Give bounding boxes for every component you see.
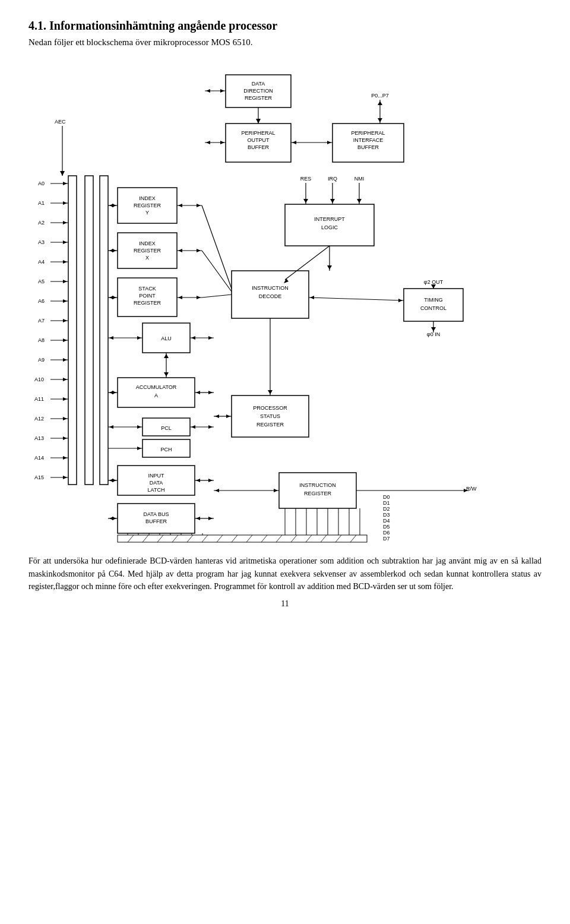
- spr-label1: STACK: [138, 286, 156, 292]
- svg-marker-8: [63, 221, 67, 224]
- a9-label: A9: [38, 357, 45, 363]
- svg-marker-16: [63, 299, 67, 303]
- svg-marker-51: [378, 101, 382, 105]
- svg-line-159: [306, 535, 312, 542]
- svg-marker-92: [164, 354, 169, 358]
- dbb-label1: DATA BUS: [143, 511, 169, 517]
- svg-line-157: [276, 535, 282, 542]
- svg-marker-80: [112, 296, 116, 299]
- svg-marker-138: [215, 414, 219, 418]
- svg-marker-143: [274, 489, 278, 492]
- il-label2: LOGIC: [321, 224, 338, 230]
- d3-label: D3: [383, 512, 390, 518]
- d4-label: D4: [383, 518, 390, 524]
- svg-line-134: [285, 246, 330, 280]
- a5-label: A5: [38, 279, 45, 284]
- svg-rect-35: [85, 176, 93, 485]
- svg-marker-49: [292, 141, 296, 144]
- pob-label3: BUFFER: [248, 144, 270, 150]
- svg-marker-57: [330, 199, 335, 203]
- svg-marker-18: [63, 319, 67, 322]
- svg-marker-76: [197, 249, 201, 252]
- svg-marker-82: [178, 296, 182, 299]
- a15-label: A15: [34, 474, 44, 480]
- svg-marker-1: [60, 171, 65, 176]
- svg-marker-14: [63, 280, 67, 283]
- pib-label1: PERIPHERAL: [351, 130, 385, 136]
- svg-marker-114: [112, 479, 116, 482]
- svg-marker-6: [63, 201, 67, 205]
- svg-marker-32: [63, 456, 67, 460]
- svg-line-147: [128, 535, 134, 542]
- svg-marker-97: [112, 391, 116, 394]
- svg-marker-66: [112, 204, 116, 207]
- ddr-label2: DIRECTION: [243, 88, 273, 94]
- acc-label2: A: [154, 393, 158, 398]
- dbb-label2: BUFFER: [145, 518, 167, 524]
- irx-label2: REGISTER: [134, 248, 162, 254]
- a6-label: A6: [38, 298, 45, 304]
- svg-line-162: [350, 535, 356, 542]
- d0-label: D0: [383, 494, 390, 500]
- svg-marker-12: [63, 260, 67, 264]
- alu-label: ALU: [161, 336, 172, 341]
- svg-marker-116: [196, 479, 200, 482]
- svg-marker-183: [268, 390, 273, 394]
- diagram-container: AEC A0 A1 A2 A3 A4 A5: [28, 57, 542, 544]
- iry-label3: Y: [145, 210, 149, 216]
- svg-marker-121: [112, 517, 116, 520]
- page: 4.1. Informationsinhämtning angående pro…: [0, 0, 570, 628]
- intro-text: Nedan följer ett blockschema över mikrop…: [28, 37, 542, 48]
- svg-marker-62: [327, 265, 332, 270]
- svg-marker-104: [137, 425, 141, 429]
- pob-label1: PERIPHERAL: [241, 130, 275, 136]
- svg-line-150: [172, 535, 178, 542]
- svg-marker-83: [197, 296, 201, 299]
- iry-label2: REGISTER: [134, 202, 162, 208]
- svg-line-160: [321, 535, 327, 542]
- chapter-heading: 4.1. Informationsinhämtning angående pro…: [28, 19, 542, 33]
- a0-label: A0: [38, 181, 45, 186]
- d1-label: D1: [383, 500, 390, 506]
- a2-label: A2: [38, 220, 45, 226]
- pob-label2: OUTPUT: [248, 137, 270, 143]
- a10-label: A10: [34, 376, 44, 382]
- block-diagram: AEC A0 A1 A2 A3 A4 A5: [30, 57, 540, 544]
- psr-label3: REGISTER: [256, 422, 284, 428]
- svg-rect-146: [118, 535, 367, 542]
- svg-line-153: [217, 535, 223, 542]
- svg-marker-93: [164, 372, 169, 376]
- svg-marker-55: [303, 199, 308, 203]
- svg-marker-133: [398, 299, 403, 302]
- svg-line-161: [335, 535, 341, 542]
- svg-line-149: [157, 535, 163, 542]
- svg-marker-142: [215, 489, 219, 492]
- phi2-label: φ2 OUT: [424, 279, 444, 285]
- ir-label1: INSTRUCTION: [299, 482, 336, 488]
- svg-marker-107: [208, 425, 213, 429]
- spr-label3: REGISTER: [134, 300, 162, 306]
- acc-label1: ACCUMULATOR: [136, 384, 177, 390]
- a3-label: A3: [38, 239, 45, 245]
- svg-marker-90: [208, 336, 213, 340]
- id-label1: INSTRUCTION: [252, 285, 289, 291]
- a1-label: A1: [38, 200, 45, 206]
- svg-marker-26: [63, 397, 67, 401]
- nmi-label: NMI: [354, 176, 365, 182]
- svg-marker-132: [310, 296, 314, 299]
- ir-label2: REGISTER: [304, 491, 332, 496]
- il-label1: INTERRUPT: [314, 216, 345, 222]
- svg-marker-100: [208, 391, 213, 394]
- svg-marker-135: [284, 279, 289, 283]
- a4-label: A4: [38, 259, 45, 265]
- svg-marker-24: [63, 378, 67, 381]
- svg-marker-110: [137, 447, 141, 450]
- svg-marker-139: [226, 414, 230, 418]
- svg-marker-20: [63, 338, 67, 342]
- res-label: RES: [300, 176, 312, 182]
- svg-line-180: [202, 251, 232, 292]
- d6-label: D6: [383, 530, 390, 536]
- irx-label1: INDEX: [139, 241, 156, 246]
- svg-marker-73: [112, 249, 116, 252]
- svg-marker-45: [206, 141, 210, 144]
